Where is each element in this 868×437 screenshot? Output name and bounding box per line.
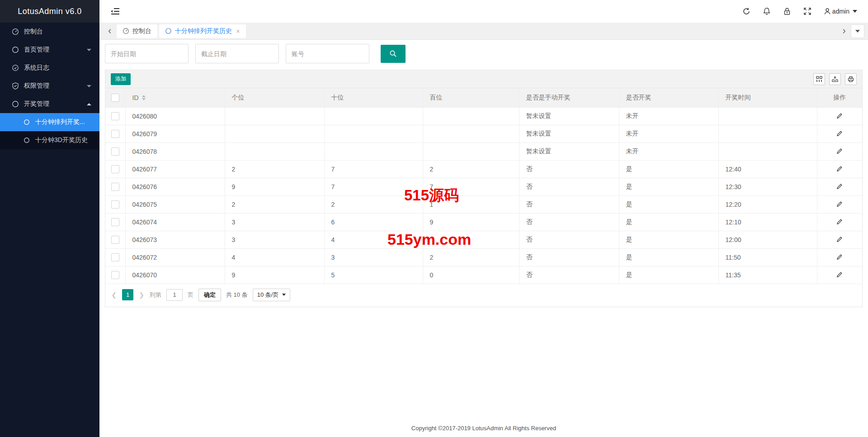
- chevron-down-icon: [87, 85, 91, 87]
- column-header-actions: 操作: [817, 88, 862, 107]
- chevron-down-icon: [853, 10, 857, 13]
- row-checkbox[interactable]: [111, 183, 119, 191]
- current-page[interactable]: 1: [122, 289, 133, 300]
- sidebar-subitem-pailie-history[interactable]: 十分钟排列开奖...: [0, 113, 99, 131]
- tabs-scroll-left-icon[interactable]: [105, 26, 115, 36]
- shield-check-icon: [12, 82, 19, 90]
- cell-time: [718, 107, 817, 125]
- cell-bai: 1: [423, 195, 519, 213]
- cell-time: 12:00: [718, 231, 817, 248]
- cell-id: 0426070: [125, 266, 225, 284]
- row-checkbox[interactable]: [111, 165, 119, 173]
- prev-page-icon[interactable]: ❮: [111, 291, 117, 299]
- edit-button[interactable]: [835, 165, 844, 173]
- cell-opened: 未开: [619, 125, 718, 142]
- print-icon[interactable]: [845, 73, 857, 85]
- cell-manual: 暂未设置: [519, 142, 619, 160]
- cell-ge: [225, 107, 324, 125]
- tab-console[interactable]: 控制台: [117, 24, 157, 38]
- add-button[interactable]: 添加: [111, 73, 131, 85]
- table-body: 0426080 暂未设置 未开: [105, 107, 862, 284]
- username: admin: [832, 8, 849, 15]
- next-page-icon[interactable]: ❯: [138, 291, 145, 299]
- edit-button[interactable]: [835, 271, 844, 279]
- fullscreen-icon[interactable]: [803, 7, 811, 15]
- cell-shi: 6: [324, 213, 423, 231]
- content: 添加: [99, 40, 868, 419]
- sort-icon[interactable]: [142, 95, 146, 100]
- cell-ge: 9: [225, 266, 324, 284]
- lock-icon[interactable]: [783, 7, 791, 15]
- tabs-menu-button[interactable]: [851, 24, 864, 38]
- row-checkbox[interactable]: [111, 271, 119, 279]
- cell-ge: [225, 125, 324, 142]
- start-date-input[interactable]: [105, 44, 189, 63]
- copyright-text: Copyright ©2017-2019 LotusAdmin All Righ…: [411, 425, 556, 432]
- tab-close-icon[interactable]: ×: [236, 28, 240, 34]
- edit-button[interactable]: [835, 218, 844, 226]
- cell-id: 0426072: [125, 248, 225, 266]
- toolbar-icons: [813, 73, 857, 85]
- row-checkbox[interactable]: [111, 218, 119, 226]
- edit-button[interactable]: [835, 147, 844, 155]
- cell-time: 12:20: [718, 195, 817, 213]
- end-date-input[interactable]: [195, 44, 279, 63]
- export-icon[interactable]: [829, 73, 841, 85]
- row-checkbox[interactable]: [111, 130, 119, 138]
- edit-button[interactable]: [835, 200, 844, 208]
- search-button[interactable]: [381, 45, 406, 63]
- sidebar-collapse-icon[interactable]: [110, 6, 120, 16]
- cell-id: 0426075: [125, 195, 225, 213]
- cell-time: [718, 142, 817, 160]
- cell-manual: 否: [519, 213, 619, 231]
- cell-id: 0426073: [125, 231, 225, 248]
- row-checkbox[interactable]: [111, 112, 119, 120]
- log-icon: [12, 64, 19, 71]
- goto-page-input[interactable]: [166, 289, 183, 301]
- bell-icon[interactable]: [763, 7, 771, 15]
- cell-shi: [324, 125, 423, 142]
- goto-confirm-button[interactable]: 确定: [198, 289, 221, 301]
- sidebar-item-lottery-mgmt[interactable]: 开奖管理: [0, 95, 99, 113]
- select-all-checkbox[interactable]: [111, 94, 119, 102]
- cell-bai: [423, 125, 519, 142]
- edit-button[interactable]: [835, 182, 844, 190]
- cell-bai: 7: [423, 178, 519, 195]
- cell-shi: 7: [324, 160, 423, 178]
- per-page-select[interactable]: 10 条/页: [253, 289, 291, 301]
- sidebar-item-system-log[interactable]: 系统日志: [0, 59, 99, 77]
- refresh-icon[interactable]: [742, 7, 750, 15]
- row-checkbox[interactable]: [111, 236, 119, 244]
- cell-manual: 否: [519, 178, 619, 195]
- tab-pailie-history[interactable]: 十分钟排列开奖历史 ×: [159, 24, 246, 38]
- sidebar-item-permissions[interactable]: 权限管理: [0, 77, 99, 95]
- account-input[interactable]: [286, 44, 369, 63]
- cell-opened: 是: [619, 195, 718, 213]
- edit-button[interactable]: [835, 129, 844, 138]
- row-checkbox[interactable]: [111, 147, 119, 156]
- sidebar-item-home-mgmt[interactable]: 首页管理: [0, 41, 99, 59]
- tabs-scroll-right-icon[interactable]: [839, 26, 849, 36]
- columns-filter-icon[interactable]: [813, 73, 825, 85]
- edit-button[interactable]: [835, 235, 844, 243]
- pencil-icon: [836, 166, 843, 172]
- sidebar-menu: 控制台 首页管理 系统日志 权限管理 开奖管理: [0, 23, 99, 437]
- cell-manual: 暂未设置: [519, 125, 619, 142]
- pencil-icon: [836, 148, 843, 154]
- sidebar-item-console[interactable]: 控制台: [0, 23, 99, 41]
- sidebar-subitem-3d-history[interactable]: 十分钟3D开奖历史: [0, 131, 99, 149]
- sidebar-subitem-label: 十分钟排列开奖...: [35, 118, 85, 126]
- circle-icon: [12, 100, 19, 108]
- pencil-icon: [836, 113, 843, 119]
- pencil-icon: [836, 183, 843, 190]
- row-checkbox[interactable]: [111, 200, 119, 209]
- edit-button[interactable]: [835, 253, 844, 261]
- cell-shi: 3: [324, 248, 423, 266]
- cell-time: [718, 125, 817, 142]
- cell-manual: 暂未设置: [519, 107, 619, 125]
- circle-icon: [12, 46, 19, 53]
- cell-opened: 未开: [619, 107, 718, 125]
- row-checkbox[interactable]: [111, 253, 119, 261]
- user-menu[interactable]: admin: [824, 8, 857, 15]
- edit-button[interactable]: [835, 112, 844, 120]
